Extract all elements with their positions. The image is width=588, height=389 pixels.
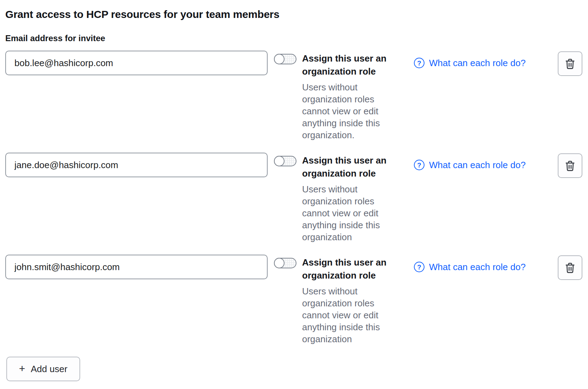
trash-icon — [564, 262, 576, 274]
invitee-email-input[interactable] — [5, 51, 268, 75]
role-info-link[interactable]: What can each role do? — [429, 262, 526, 272]
assign-role-label: Assign this user an organization role — [302, 154, 400, 180]
role-text-column: Assign this user an organization role Us… — [302, 52, 400, 141]
role-help-link-group: ? What can each role do? — [414, 160, 547, 170]
invitee-row: Assign this user an organization role Us… — [5, 51, 582, 141]
role-info-link[interactable]: What can each role do? — [429, 160, 526, 170]
delete-invitee-button[interactable] — [558, 153, 582, 178]
invitee-row: Assign this user an organization role Us… — [5, 255, 582, 345]
toggle-knob-icon — [274, 258, 285, 268]
question-circle-icon[interactable]: ? — [414, 160, 424, 170]
role-info-link[interactable]: What can each role do? — [429, 58, 526, 68]
plus-icon: + — [19, 363, 25, 374]
delete-invitee-button[interactable] — [558, 255, 582, 280]
invite-users-form: Grant access to HCP resources for your t… — [5, 7, 582, 381]
assign-role-label: Assign this user an organization role — [302, 256, 400, 282]
org-role-toggle[interactable] — [274, 54, 296, 64]
page-title: Grant access to HCP resources for your t… — [5, 7, 582, 22]
toggle-knob-icon — [274, 54, 285, 64]
question-circle-icon[interactable]: ? — [414, 262, 424, 272]
role-text-column: Assign this user an organization role Us… — [302, 256, 400, 345]
delete-invitee-button[interactable] — [558, 51, 582, 76]
trash-icon — [564, 58, 576, 70]
invitee-email-input[interactable] — [5, 255, 268, 279]
invitee-email-input[interactable] — [5, 153, 268, 177]
role-help-link-group: ? What can each role do? — [414, 262, 547, 272]
role-helper-text: Users without organization roles cannot … — [302, 285, 400, 345]
assign-role-label: Assign this user an organization role — [302, 52, 400, 78]
org-role-toggle[interactable] — [274, 156, 296, 166]
invitee-row: Assign this user an organization role Us… — [5, 153, 582, 243]
question-circle-icon[interactable]: ? — [414, 58, 424, 68]
add-user-label: Add user — [31, 364, 68, 375]
trash-icon — [564, 160, 576, 172]
email-address-label: Email address for invitee — [5, 33, 582, 44]
role-helper-text: Users without organization roles cannot … — [302, 183, 400, 243]
org-role-toggle[interactable] — [274, 258, 296, 268]
role-help-link-group: ? What can each role do? — [414, 58, 547, 68]
role-helper-text: Users without organization roles cannot … — [302, 81, 400, 141]
toggle-knob-icon — [274, 156, 285, 166]
add-user-button[interactable]: + Add user — [6, 357, 80, 381]
role-text-column: Assign this user an organization role Us… — [302, 154, 400, 243]
